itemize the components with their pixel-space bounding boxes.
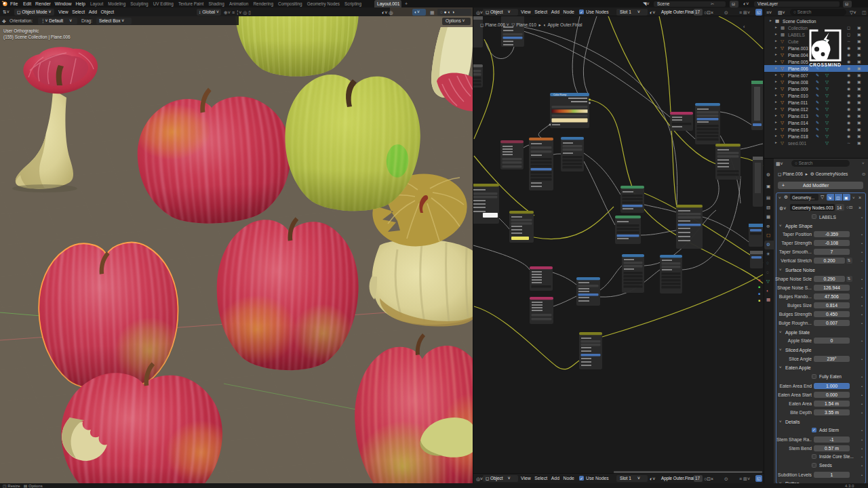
svg-text:CROSSMIND: CROSSMIND: [810, 62, 842, 67]
svg-text:■: ■: [758, 278, 760, 282]
svg-text:■: ■: [758, 298, 760, 302]
svg-text:■: ■: [758, 291, 760, 296]
svg-text:Color Ramp: Color Ramp: [553, 94, 566, 96]
svg-text:■: ■: [758, 285, 760, 289]
